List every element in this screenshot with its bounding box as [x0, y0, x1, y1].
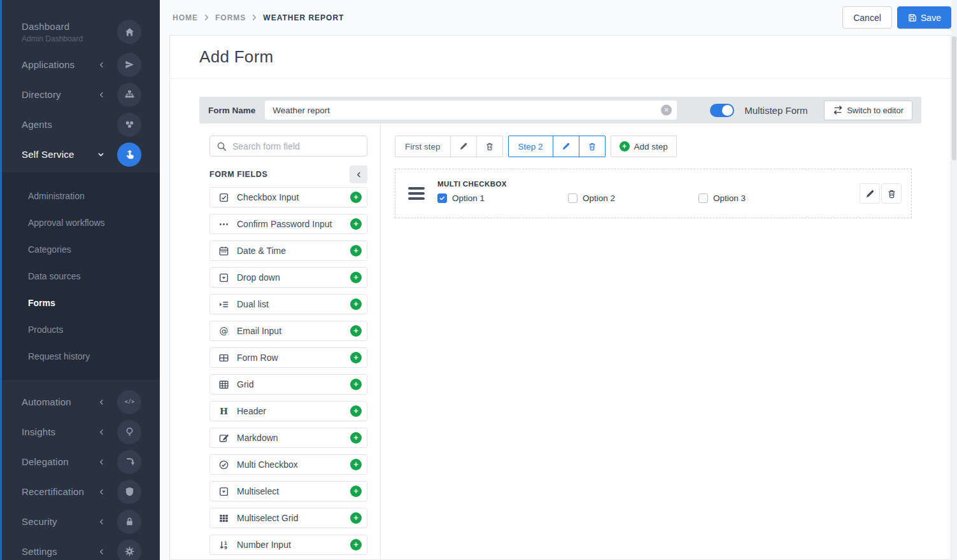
submenu-item-categories[interactable]: Categories: [2, 236, 160, 263]
add-dual-list-button[interactable]: +: [350, 298, 362, 310]
add-grid-button[interactable]: +: [350, 379, 362, 390]
canvas-field-multi-checkbox[interactable]: MULTI CHECKBOX Option 1Option 2Option 3: [395, 169, 912, 218]
chevron-left-icon: [356, 171, 362, 178]
touch-icon[interactable]: [117, 143, 141, 167]
trash-icon: [887, 189, 897, 199]
field-item-multi-checkbox[interactable]: Multi Checkbox+: [209, 454, 367, 475]
field-item-email-input[interactable]: @Email Input+: [209, 321, 367, 341]
send-icon[interactable]: [117, 53, 141, 77]
field-item-drop-down[interactable]: Drop down+: [209, 267, 367, 288]
code-icon[interactable]: </>: [117, 390, 141, 414]
submenu-item-products[interactable]: Products: [2, 316, 160, 343]
sidebar-item-applications[interactable]: Applications: [2, 50, 160, 80]
edit-field-button[interactable]: [860, 183, 880, 204]
add-multi-checkbox-button[interactable]: +: [350, 459, 362, 470]
collapse-panel-button[interactable]: [350, 165, 367, 183]
page-scrollbar[interactable]: [951, 0, 957, 560]
sidebar-item-dashboard[interactable]: DashboardAdmin Dashboard: [2, 14, 160, 50]
field-item-number-input[interactable]: 19Number Input+: [209, 535, 367, 555]
gear-icon[interactable]: [117, 540, 141, 560]
sidebar-item-security[interactable]: Security: [2, 507, 160, 536]
add-multiselect-grid-button[interactable]: +: [350, 512, 362, 524]
save-button[interactable]: Save: [897, 6, 951, 29]
clear-icon[interactable]: ×: [661, 105, 672, 116]
drag-handle-icon[interactable]: [395, 169, 437, 218]
scrollbar-thumb[interactable]: [952, 36, 956, 160]
sidebar-item-automation[interactable]: Automation</>: [2, 387, 160, 417]
submenu-item-request-history[interactable]: Request history: [2, 343, 160, 370]
add-number-input-button[interactable]: +: [350, 539, 362, 550]
svg-text:9: 9: [224, 545, 227, 550]
field-item-multiselect[interactable]: Multiselect+: [209, 481, 367, 501]
fields-list: Checkbox Input+Confirm Password Input+Da…: [209, 187, 367, 555]
edit-step-button[interactable]: [450, 136, 476, 157]
grid-icon: [218, 379, 229, 390]
delete-step-button[interactable]: [476, 136, 502, 157]
edit-step-button[interactable]: [553, 136, 579, 157]
cancel-button[interactable]: Cancel: [842, 6, 892, 29]
sidebar-item-recertification[interactable]: Recertification: [2, 477, 160, 507]
sidebar-item-label: Delegation: [22, 456, 69, 467]
multistep-toggle[interactable]: [710, 104, 734, 117]
add-date-time-button[interactable]: +: [350, 245, 362, 256]
field-item-label: Multi Checkbox: [237, 459, 298, 470]
submenu-item-forms[interactable]: Forms: [2, 290, 160, 316]
delete-step-button[interactable]: [579, 136, 605, 157]
step-tab-label[interactable]: First step: [395, 136, 450, 157]
add-checkbox-input-button[interactable]: +: [350, 192, 362, 203]
switch-to-editor-button[interactable]: Switch to editor: [824, 101, 912, 120]
sidebar-item-agents[interactable]: Agents: [2, 109, 160, 139]
sidebar-item-delegation[interactable]: Delegation: [2, 447, 160, 477]
sidebar-item-self-service[interactable]: Self Service: [2, 139, 160, 169]
checked-checkbox[interactable]: [437, 193, 447, 203]
field-item-checkbox-input[interactable]: Checkbox Input+: [209, 187, 367, 207]
shield-icon[interactable]: [117, 480, 141, 504]
field-item-form-row[interactable]: Form Row+: [209, 347, 367, 368]
field-item-markdown[interactable]: Markdown+: [209, 428, 367, 448]
sidebar-item-settings[interactable]: Settings: [2, 536, 160, 560]
checkbox-icon: [218, 192, 229, 203]
svg-text:H: H: [220, 406, 228, 416]
add-form-row-button[interactable]: +: [350, 352, 362, 363]
field-item-multiselect-grid[interactable]: Multiselect Grid+: [209, 508, 367, 528]
home-icon[interactable]: [117, 20, 141, 44]
delegate-icon[interactable]: [117, 450, 141, 474]
chevron-left-icon: [99, 428, 104, 435]
add-header-button[interactable]: +: [350, 405, 362, 417]
option-label: Option 1: [452, 193, 485, 203]
sidebar: DashboardAdmin DashboardApplicationsDire…: [0, 0, 160, 560]
field-item-date-time[interactable]: Date & Time+: [209, 241, 367, 261]
bulb-icon[interactable]: [117, 420, 141, 444]
search-input[interactable]: [232, 141, 360, 151]
add-multiselect-button[interactable]: +: [350, 486, 362, 497]
field-item-dual-list[interactable]: Dual list+: [209, 294, 367, 314]
field-item-header[interactable]: HHeader+: [209, 401, 367, 421]
sidebar-item-insights[interactable]: Insights: [2, 417, 160, 447]
add-confirm-password-input-button[interactable]: +: [350, 218, 362, 230]
unchecked-checkbox[interactable]: [698, 193, 708, 203]
field-item-grid[interactable]: Grid+: [209, 374, 367, 395]
sidebar-item-label: Insights: [22, 426, 55, 437]
field-item-confirm-password-input[interactable]: Confirm Password Input+: [209, 214, 367, 234]
form-name-input[interactable]: [265, 101, 677, 120]
add-drop-down-button[interactable]: +: [350, 272, 362, 283]
multi-checkbox-icon: [218, 459, 229, 470]
sitemap-icon[interactable]: [117, 83, 141, 107]
submenu-item-approval-workflows[interactable]: Approval workflows: [2, 209, 160, 236]
chevron-left-icon: [99, 458, 104, 465]
delete-field-button[interactable]: [881, 183, 902, 204]
submenu-item-administration[interactable]: Administration: [2, 183, 160, 209]
breadcrumb-forms[interactable]: FORMS: [215, 13, 246, 22]
agents-icon[interactable]: [117, 113, 141, 137]
add-step-button[interactable]: +Add step: [611, 136, 677, 157]
unchecked-checkbox[interactable]: [568, 193, 578, 203]
sidebar-item-label: Directory: [22, 89, 61, 100]
add-email-input-button[interactable]: +: [350, 325, 362, 337]
lock-icon[interactable]: [117, 510, 141, 534]
add-markdown-button[interactable]: +: [350, 432, 362, 444]
sidebar-item-directory[interactable]: Directory: [2, 80, 160, 109]
breadcrumb-home[interactable]: HOME: [173, 13, 198, 22]
submenu-item-data-sources[interactable]: Data sources: [2, 263, 160, 290]
sidebar-item-label: Settings: [22, 546, 57, 557]
step-tab-label[interactable]: Step 2: [509, 136, 553, 157]
